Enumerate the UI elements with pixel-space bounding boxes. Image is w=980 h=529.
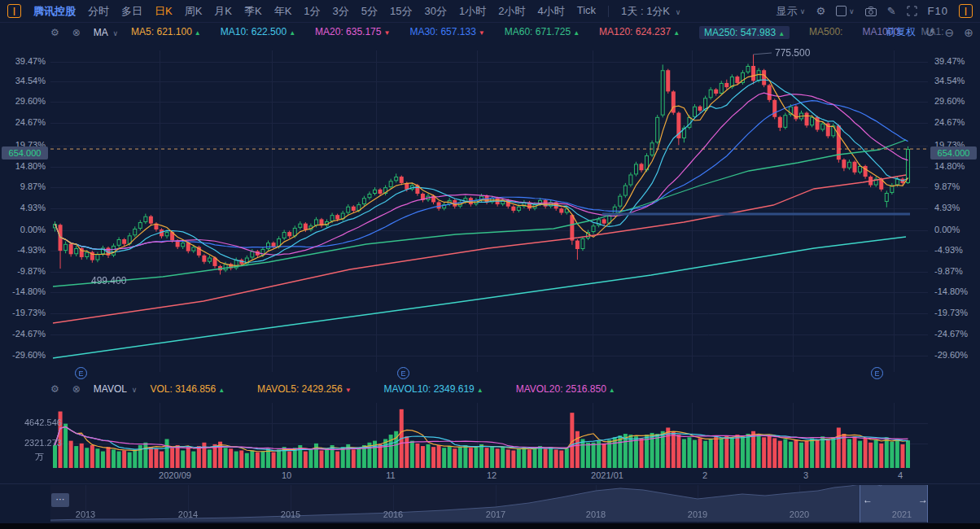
display-dropdown[interactable]: 显示 ∨ (777, 4, 806, 19)
price-axis-tick: -24.67% (934, 329, 968, 339)
period-tab-日K[interactable]: 日K (155, 4, 173, 19)
bottom-strip (0, 523, 980, 529)
price-axis-tick: 34.54% (934, 76, 965, 85)
volume-close-icon[interactable]: ⊗ (72, 383, 81, 395)
indicator-value-MA20[interactable]: MA20: 635.175▼ (315, 26, 390, 39)
period-tab-30分[interactable]: 30分 (425, 4, 447, 19)
trading-terminal: | 腾讯控股 分时多日日K周K月K季K年K1分3分5分15分30分1小时2小时4… (0, 0, 980, 529)
period-tab-多日[interactable]: 多日 (121, 4, 142, 19)
trend-down-icon: ▼ (479, 29, 485, 37)
draw-pencil-icon[interactable]: ✎ (887, 5, 896, 17)
period-tab-分时[interactable]: 分时 (88, 4, 109, 19)
indicator-value-MA500[interactable]: MA500: (809, 26, 842, 39)
ma-row-right: 前复权 ↺ ⊖ ⊕ (886, 25, 973, 39)
layout-box-icon (836, 6, 847, 16)
period-tab-5分[interactable]: 5分 (361, 4, 378, 19)
trend-up-icon: ▲ (477, 387, 483, 394)
navigator-right-handle[interactable]: → (918, 494, 928, 505)
indicator-label: MAVOL20: 2516.850 (516, 383, 606, 395)
ma-indicator-row: ⚙ ⊗ MA ∨ MA5: 621.100▲MA10: 622.500▲MA20… (50, 25, 943, 40)
price-axis-tick: 29.60% (934, 96, 965, 106)
price-axis-tick: 14.80% (934, 161, 965, 171)
indicator-value-MAVOL5[interactable]: MAVOL5: 2429.256▼ (257, 383, 351, 395)
trend-up-icon: ▲ (609, 387, 615, 394)
month-label-2021/01: 2021/01 (591, 470, 623, 480)
indicator-value-MAVOL20[interactable]: MAVOL20: 2516.850▲ (516, 383, 615, 395)
indicator-close-icon[interactable]: ⊗ (72, 27, 81, 38)
indicator-value-MA120[interactable]: MA120: 624.237▲ (599, 26, 680, 39)
adjust-mode-button[interactable]: 前复权 (886, 25, 916, 39)
toolbar-separator (608, 6, 609, 17)
price-axis-tick: 0.00% (934, 225, 960, 234)
navigator-more-button[interactable]: ⋯ (51, 493, 69, 507)
period-tab-15分[interactable]: 15分 (390, 4, 412, 19)
indicator-value-MA250[interactable]: MA250: 547.983▲ (699, 26, 790, 39)
camera-icon[interactable] (865, 7, 877, 16)
period-tabs: 分时多日日K周K月K季K年K1分3分5分15分30分1小时2小时4小时Tick (88, 4, 596, 19)
indicator-value-MA10[interactable]: MA10: 622.500▲ (221, 26, 295, 39)
interval-dropdown[interactable]: 1天 : 1分K ∨ (621, 4, 680, 19)
price-chart-canvas[interactable] (50, 42, 928, 378)
volume-chart-canvas[interactable] (50, 403, 928, 470)
ma-values: MA5: 621.100▲MA10: 622.500▲MA20: 635.175… (131, 26, 943, 39)
period-tab-1分[interactable]: 1分 (304, 4, 320, 19)
fullscreen-icon[interactable] (907, 6, 917, 16)
volume-indicator-row: ⚙ ⊗ MAVOL ∨ VOL: 3146.856▲MAVOL5: 2429.2… (50, 382, 615, 396)
settings-gear-icon[interactable]: ⚙ (816, 5, 825, 17)
mavol-group-dropdown[interactable]: MAVOL ∨ (94, 383, 138, 395)
navigator-left-handle[interactable]: ← (863, 494, 873, 505)
earnings-event-marker[interactable]: E (75, 367, 87, 379)
price-axis-tick: -19.73% (934, 308, 968, 317)
mavol-group-label: MAVOL (94, 383, 127, 395)
symbol-name[interactable]: 腾讯控股 (33, 4, 76, 19)
indicator-value-VOL[interactable]: VOL: 3146.856▲ (150, 383, 225, 395)
period-tab-月K[interactable]: 月K (214, 4, 232, 19)
price-axis-tick: -4.93% (934, 245, 963, 255)
earnings-event-marker[interactable]: E (397, 367, 409, 379)
period-tab-季K[interactable]: 季K (244, 4, 262, 19)
f10-button[interactable]: F10 (928, 5, 948, 17)
zoom-in-icon[interactable]: ⊕ (964, 26, 973, 39)
period-tab-年K[interactable]: 年K (274, 4, 292, 19)
indicator-value-MA60[interactable]: MA60: 671.725▲ (505, 26, 580, 39)
indicator-value-MA5[interactable]: MA5: 621.100▲ (131, 26, 201, 39)
indicator-label: MA250: 547.983 (704, 27, 776, 38)
indicator-label: VOL: 3146.856 (150, 383, 216, 395)
year-label-2020: 2020 (790, 509, 809, 519)
month-label-12: 12 (487, 470, 497, 480)
month-label-2: 2 (702, 470, 707, 480)
app-logo-icon[interactable]: | (959, 4, 973, 18)
year-label-2013: 2013 (76, 509, 95, 519)
ma-group-dropdown[interactable]: MA ∨ (94, 27, 118, 38)
display-label: 显示 (777, 4, 798, 19)
period-tab-2小时[interactable]: 2小时 (498, 4, 525, 19)
interval-label: 1天 : 1分K (621, 5, 670, 17)
period-tab-3分[interactable]: 3分 (333, 4, 349, 19)
price-axis-tick: -4.93% (0, 245, 46, 255)
period-tab-周K[interactable]: 周K (185, 4, 203, 19)
indicator-value-MAVOL10[interactable]: MAVOL10: 2349.619▲ (384, 383, 483, 395)
trend-up-icon: ▲ (218, 387, 225, 394)
indicator-value-MA30[interactable]: MA30: 657.133▼ (409, 26, 484, 39)
zoom-out-icon[interactable]: ⊖ (945, 26, 955, 39)
volume-settings-gear-icon[interactable]: ⚙ (50, 383, 59, 395)
chevron-down-icon: ∨ (800, 7, 806, 15)
indicator-settings-gear-icon[interactable]: ⚙ (50, 27, 59, 38)
year-label-2015: 2015 (281, 509, 300, 519)
indicator-label: MA120: 624.237 (599, 26, 671, 37)
app-logo-icon[interactable]: | (7, 4, 21, 18)
period-tab-1小时[interactable]: 1小时 (459, 4, 486, 19)
indicator-label: MA500: (809, 26, 842, 37)
period-tab-4小时[interactable]: 4小时 (537, 4, 564, 19)
volume-axis-tick: 4642.546 (24, 418, 62, 427)
chevron-down-icon: ∨ (132, 386, 138, 394)
earnings-event-marker[interactable]: E (871, 367, 883, 379)
year-label-2014: 2014 (178, 509, 198, 519)
period-tab-Tick[interactable]: Tick (577, 4, 596, 19)
price-axis-tick: 24.67% (0, 117, 46, 127)
ma-group-label: MA (94, 27, 107, 38)
layout-select[interactable]: ∨ (836, 6, 855, 16)
year-label-2017: 2017 (486, 509, 505, 519)
low-price-label: 499.400 (91, 275, 126, 286)
undo-icon[interactable]: ↺ (925, 26, 935, 39)
